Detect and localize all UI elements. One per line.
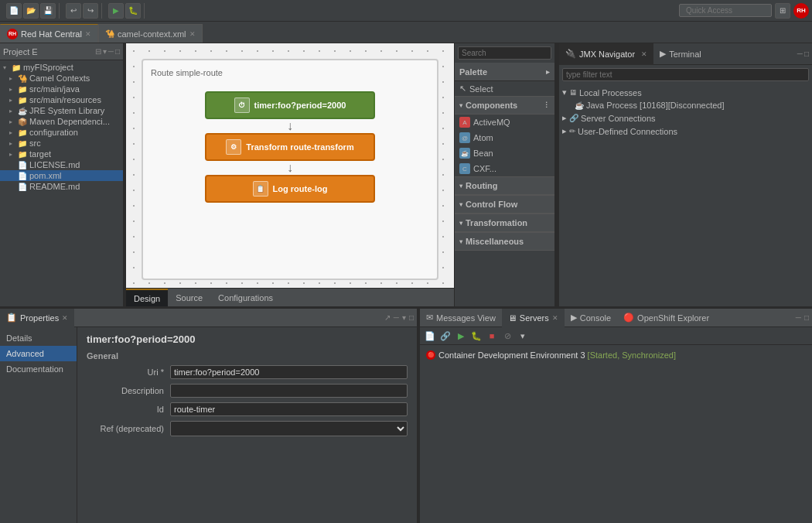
sidebar-item-documentation[interactable]: Documentation: [0, 361, 77, 377]
properties-node-title: timer:foo?period=2000: [87, 333, 408, 345]
tree-item-pom[interactable]: ▸ 📄 pom.xml: [0, 170, 123, 181]
perspective-btn[interactable]: ⊞: [775, 3, 790, 19]
undo-btn[interactable]: ↩: [66, 3, 81, 19]
editor-area: Route simple-route ⏱ timer:foo?period=20…: [126, 43, 454, 306]
props-select-ref[interactable]: [170, 421, 408, 436]
server-debug-btn[interactable]: 🐛: [469, 329, 483, 343]
jmx-maximize-btn[interactable]: □: [804, 50, 809, 58]
props-minimize-btn[interactable]: ─: [394, 313, 399, 322]
tab-redhat-central[interactable]: RH Red Hat Central ✕: [0, 24, 98, 43]
tab-console[interactable]: ▶ Console: [565, 309, 617, 327]
tree-label-configuration: configuration: [29, 128, 78, 137]
server-stop-btn[interactable]: ■: [485, 329, 499, 343]
palette-item-activemq[interactable]: A ActiveMQ: [455, 115, 554, 130]
palette-item-cxf[interactable]: C CXF...: [455, 161, 554, 176]
tree-item-configuration[interactable]: ▸ 📁 configuration: [0, 127, 123, 138]
tab-configurations[interactable]: Configurations: [210, 289, 281, 307]
tab-openshift-explorer[interactable]: 🔴 OpenShift Explorer: [617, 309, 715, 327]
right-maximize-btn[interactable]: □: [804, 313, 809, 322]
server-start-btn[interactable]: ▶: [454, 329, 468, 343]
tree-item-src-main-java[interactable]: ▸ 📁 src/main/java: [0, 84, 123, 94]
tab-servers[interactable]: 🖥 Servers ✕: [502, 309, 565, 327]
tab-messages-view[interactable]: ✉ Messages View: [420, 309, 502, 327]
props-input-id[interactable]: [170, 402, 408, 416]
palette-item-atom[interactable]: @ Atom: [455, 130, 554, 145]
explorer-maximize-btn[interactable]: □: [115, 47, 120, 56]
tab-design[interactable]: Design: [126, 289, 168, 307]
palette-section-components[interactable]: ▾ Components ⋮: [455, 96, 554, 115]
props-maximize-btn[interactable]: □: [409, 313, 414, 322]
project-icon: 📁: [12, 63, 21, 72]
tree-item-project[interactable]: ▾ 📁 myFISproject: [0, 62, 123, 73]
palette-select-item[interactable]: ↖ Select: [455, 81, 554, 96]
palette-section-transformation[interactable]: ▾ Transformation: [455, 214, 554, 232]
camel-tab-icon: 🐪: [105, 29, 114, 38]
quick-access-input[interactable]: [679, 4, 772, 17]
flow-node-log[interactable]: 📋 Log route-log: [205, 175, 375, 203]
debug-btn[interactable]: 🐛: [125, 3, 141, 19]
tab-properties[interactable]: 📋 Properties ✕: [0, 309, 74, 327]
tab-camel-context[interactable]: 🐪 camel-context.xml ✕: [98, 24, 203, 43]
tab-jmx-navigator[interactable]: 🔌 JMX Navigator ✕: [559, 43, 653, 65]
tab-terminal[interactable]: ▶ Terminal: [653, 43, 708, 65]
run-btn[interactable]: ▶: [108, 3, 124, 19]
properties-label: Properties: [20, 313, 59, 323]
list-item-server[interactable]: 🔴 Container Development Environment 3 [S…: [423, 348, 809, 362]
sidebar-item-advanced[interactable]: Advanced: [0, 346, 77, 361]
collapse-all-btn[interactable]: ⊟: [95, 47, 101, 56]
explorer-minimize-btn[interactable]: ─: [108, 47, 114, 56]
tree-item-src[interactable]: ▸ 📁 src: [0, 138, 123, 149]
palette-section-miscellaneous[interactable]: ▾ Miscellaneous: [455, 232, 554, 251]
tree-item-license[interactable]: ▸ 📄 LICENSE.md: [0, 159, 123, 170]
tree-item-readme[interactable]: ▸ 📄 README.md: [0, 181, 123, 192]
tab-redhat-close[interactable]: ✕: [85, 30, 91, 38]
save-btn[interactable]: 💾: [40, 3, 56, 19]
server-menu-btn[interactable]: ▾: [516, 329, 530, 343]
console-icon: ▶: [571, 313, 577, 323]
properties-close-icon[interactable]: ✕: [62, 314, 68, 322]
props-action-btn-1[interactable]: ↗: [384, 313, 391, 322]
tab-source[interactable]: Source: [168, 289, 210, 307]
tree-label-maven: Maven Dependenci...: [29, 117, 110, 126]
jmx-close-icon[interactable]: ✕: [641, 50, 647, 58]
server-new-btn[interactable]: 📄: [423, 329, 437, 343]
tree-arrow-resources: ▸: [9, 97, 15, 104]
palette-section-routing[interactable]: ▾ Routing: [455, 176, 554, 195]
new-btn[interactable]: 📄: [6, 3, 22, 19]
palette-transformation-label: Transformation: [466, 218, 527, 227]
palette-miscellaneous-label: Miscellaneous: [466, 237, 524, 246]
jmx-filter-input[interactable]: [562, 68, 809, 81]
jmx-item-java-process[interactable]: ☕ Java Process [10168][Disconnected]: [559, 99, 812, 111]
right-bottom-actions: ─ □: [796, 313, 812, 322]
explorer-menu-btn[interactable]: ▾: [103, 47, 107, 56]
canvas[interactable]: Route simple-route ⏱ timer:foo?period=20…: [126, 43, 454, 288]
jmx-item-server-connections[interactable]: ▸ 🔗 Server Connections: [559, 111, 812, 125]
server-disconnect-btn[interactable]: ⊘: [500, 329, 514, 343]
toolbar-group-run: ▶ 🐛: [105, 3, 145, 19]
jmx-item-local-processes[interactable]: ▾ 🖥 Local Processes: [559, 86, 812, 99]
props-menu-btn[interactable]: ▾: [402, 313, 406, 322]
flow-node-timer[interactable]: ⏱ timer:foo?period=2000: [205, 91, 375, 119]
palette-item-bean[interactable]: ☕ Bean: [455, 145, 554, 161]
servers-close-icon[interactable]: ✕: [552, 314, 558, 322]
palette-expand-btn[interactable]: ▸: [546, 68, 550, 76]
tree-item-target[interactable]: ▸ 📁 target: [0, 149, 123, 159]
jmx-item-user-defined[interactable]: ▸ ✏ User-Defined Connections: [559, 125, 812, 138]
tree-item-maven[interactable]: ▸ 📦 Maven Dependenci...: [0, 116, 123, 127]
flow-node-transform[interactable]: ⚙ Transform route-transform: [205, 133, 375, 161]
jmx-label-java-process: Java Process [10168][Disconnected]: [586, 101, 725, 110]
jmx-minimize-btn[interactable]: ─: [797, 50, 803, 58]
tab-camel-close[interactable]: ✕: [189, 30, 196, 38]
props-input-description[interactable]: [170, 384, 408, 398]
tree-item-jre[interactable]: ▸ ☕ JRE System Library: [0, 105, 123, 116]
redo-btn[interactable]: ↪: [83, 3, 98, 19]
right-minimize-btn[interactable]: ─: [796, 313, 801, 322]
tree-item-camel-contexts[interactable]: ▸ 🐪 Camel Contexts: [0, 73, 123, 84]
sidebar-item-details[interactable]: Details: [0, 330, 77, 346]
open-btn[interactable]: 📂: [23, 3, 39, 19]
tree-item-src-main-resources[interactable]: ▸ 📁 src/main/resources: [0, 94, 123, 105]
palette-search-input[interactable]: [458, 46, 551, 60]
palette-section-control-flow[interactable]: ▾ Control Flow: [455, 195, 554, 214]
server-connect-btn[interactable]: 🔗: [438, 329, 452, 343]
props-input-uri[interactable]: [170, 365, 408, 379]
